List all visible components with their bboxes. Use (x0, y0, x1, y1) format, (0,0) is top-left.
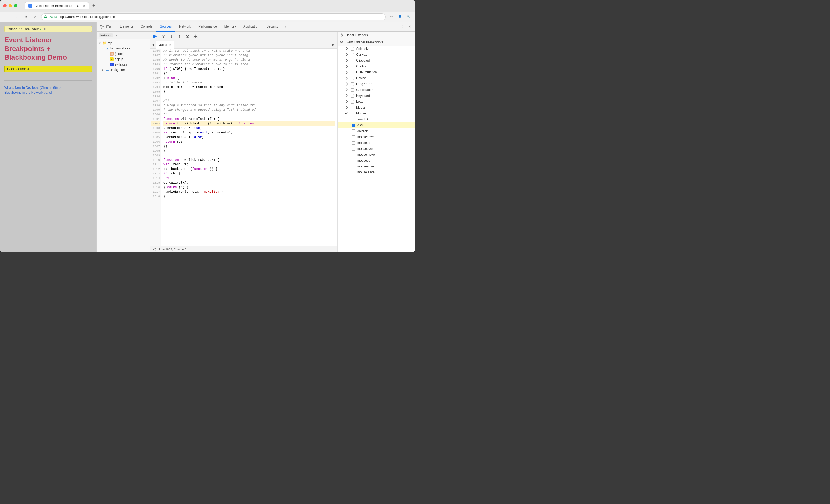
dblclick-checkbox[interactable] (352, 129, 355, 133)
tab-network[interactable]: Network (175, 22, 195, 32)
navigate-history-icon[interactable]: ▶ (330, 42, 337, 48)
dom-mutation-category[interactable]: DOM Mutation (338, 69, 415, 75)
mouse-checkbox[interactable] (351, 112, 354, 115)
tab-performance[interactable]: Performance (195, 22, 221, 32)
resume-button[interactable] (152, 33, 159, 40)
tab-close-icon[interactable]: ✕ (83, 4, 85, 7)
close-tab-icon[interactable]: ✕ (169, 43, 171, 46)
mouseenter-checkbox[interactable] (352, 165, 355, 168)
file-tree-item[interactable]: ▼ ☁ framework-bla... (97, 46, 150, 51)
keyboard-checkbox[interactable] (351, 94, 354, 98)
canvas-checkbox[interactable] (351, 53, 354, 57)
home-button[interactable]: ○ (32, 13, 39, 21)
step-over-button[interactable] (160, 33, 167, 40)
sources-tab-more[interactable]: » (113, 32, 119, 38)
url-bar[interactable]: Secure https://framework-blackboxing.gli… (41, 13, 386, 20)
dom-mutation-checkbox[interactable] (351, 71, 354, 74)
inspect-element-icon[interactable] (99, 24, 104, 30)
deactivate-breakpoints-button[interactable] (184, 33, 191, 40)
control-category[interactable]: Control (338, 63, 415, 69)
tab-security[interactable]: Security (263, 22, 282, 32)
tab-memory[interactable]: Memory (221, 22, 240, 32)
canvas-category[interactable]: Canvas (338, 52, 415, 58)
new-tab-button[interactable]: + (90, 2, 97, 10)
auxclick-event[interactable]: auxclick (338, 116, 415, 122)
mouseleave-event[interactable]: mouseleave (338, 169, 415, 175)
event-listener-label: Event Listener Breakpoints (345, 40, 383, 44)
page-title: Event Listener Breakpoints + Blackboxing… (4, 36, 92, 62)
keyboard-category[interactable]: Keyboard (338, 93, 415, 99)
device-checkbox[interactable] (351, 76, 354, 80)
device-toolbar-icon[interactable] (106, 24, 111, 30)
code-area[interactable]: 1786 1787 1788 1789 1790 1791 1792 1793 … (150, 49, 338, 246)
file-tree-item[interactable]: H (index) (97, 51, 150, 57)
drag-drop-checkbox[interactable] (351, 83, 354, 86)
tab-sources[interactable]: Sources (156, 22, 175, 32)
reload-button[interactable]: ↻ (22, 13, 29, 21)
click-event[interactable]: click (338, 122, 415, 128)
clipboard-category[interactable]: Clipboard (338, 58, 415, 63)
sources-network-tab[interactable]: Network (99, 33, 113, 37)
pause-on-exception-button[interactable] (192, 33, 199, 40)
close-button[interactable] (3, 4, 7, 7)
file-tree-item[interactable]: J app.js (97, 57, 150, 62)
file-tree-item[interactable]: ▼ 📁 top (97, 40, 150, 46)
mousedown-event[interactable]: mousedown (338, 134, 415, 140)
settings-icon[interactable]: ⋮ (399, 24, 405, 30)
pretty-print-icon[interactable]: { } (153, 247, 157, 251)
geolocation-category[interactable]: Geolocation (338, 87, 415, 93)
mouse-category[interactable]: Mouse (338, 111, 415, 116)
extension-button[interactable]: 🔧 (405, 13, 412, 21)
file-tree-item[interactable]: ▶ ☁ unpkg.com (97, 67, 150, 72)
mousemove-event[interactable]: mousemove (338, 152, 415, 158)
tab-console[interactable]: Console (137, 22, 156, 32)
control-checkbox[interactable] (351, 65, 354, 68)
mouseover-event[interactable]: mouseover (338, 146, 415, 152)
profile-button[interactable]: 👤 (396, 13, 404, 21)
clipboard-checkbox[interactable] (351, 59, 354, 62)
mouseup-event[interactable]: mouseup (338, 140, 415, 146)
sources-tab-options[interactable]: ⋮ (120, 32, 125, 38)
prev-tab-icon[interactable]: ◀ (150, 42, 156, 48)
tab-elements[interactable]: Elements (116, 22, 137, 32)
mouseover-checkbox[interactable] (352, 147, 355, 151)
click-checkbox[interactable] (352, 124, 355, 127)
tab-application[interactable]: Application (240, 22, 263, 32)
minimize-button[interactable] (8, 4, 12, 7)
media-checkbox[interactable] (351, 106, 354, 109)
mouseleave-checkbox[interactable] (352, 171, 355, 174)
category-collapse-icon (345, 76, 348, 80)
mouseout-checkbox[interactable] (352, 159, 355, 162)
forward-button[interactable]: → (12, 13, 20, 21)
device-category[interactable]: Device (338, 75, 415, 81)
dblclick-event[interactable]: dblclick (338, 128, 415, 134)
blackboxing-link[interactable]: Blackboxing in the Network panel (4, 91, 92, 94)
animation-category[interactable]: Animation (338, 46, 415, 52)
animation-checkbox[interactable] (351, 47, 354, 51)
bookmark-button[interactable]: ☆ (388, 13, 395, 21)
load-category[interactable]: Load (338, 99, 415, 104)
step-out-button[interactable] (176, 33, 183, 40)
back-button[interactable]: ← (3, 13, 10, 21)
close-devtools-icon[interactable]: ✕ (407, 24, 413, 30)
mouseup-checkbox[interactable] (352, 141, 355, 145)
vue-js-tab[interactable]: vue.js ✕ (156, 41, 174, 49)
event-listener-header[interactable]: Event Listener Breakpoints (338, 39, 415, 46)
mousedown-checkbox[interactable] (352, 135, 355, 139)
load-checkbox[interactable] (351, 100, 354, 103)
more-tabs-icon[interactable]: » (282, 23, 289, 31)
global-listeners-header[interactable]: Global Listeners (338, 32, 415, 38)
maximize-button[interactable] (14, 4, 18, 7)
traffic-lights[interactable] (3, 4, 18, 7)
mouseenter-event[interactable]: mouseenter (338, 163, 415, 169)
devtools-link[interactable]: What's New In DevTools (Chrome 66) > (4, 86, 92, 90)
mousemove-checkbox[interactable] (352, 153, 355, 157)
mouseout-event[interactable]: mouseout (338, 158, 415, 163)
file-tree-item[interactable]: C style.css (97, 62, 150, 67)
step-into-button[interactable] (168, 33, 174, 40)
geolocation-checkbox[interactable] (351, 88, 354, 92)
media-category[interactable]: Media (338, 104, 415, 111)
auxclick-checkbox[interactable] (352, 118, 355, 121)
browser-tab[interactable]: Event Listener Breakpoints + B... ✕ (25, 2, 89, 9)
drag-drop-category[interactable]: Drag / drop (338, 81, 415, 87)
